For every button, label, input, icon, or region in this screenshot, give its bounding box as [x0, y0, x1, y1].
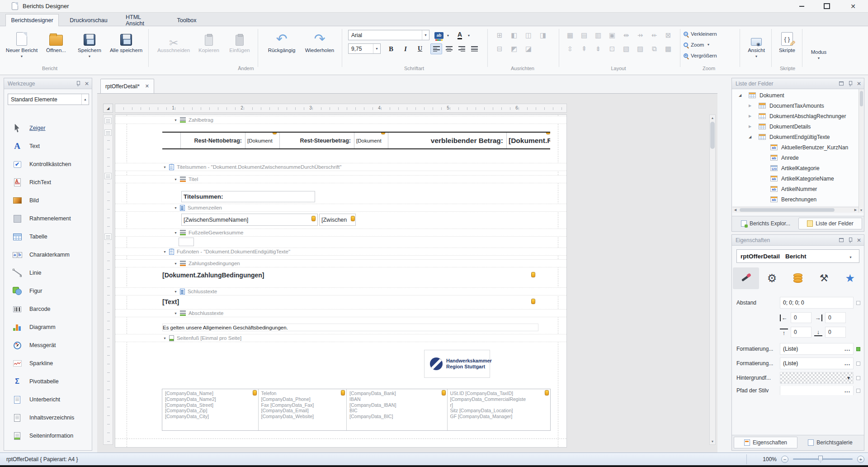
zwischensumme-name-field[interactable]: [ZwischenSummeNamen] [181, 214, 318, 226]
field-tree-item-artikelnummer[interactable]: abArtikelNummer [732, 184, 863, 194]
field-tree-item-dokumentabschlagrechnunger[interactable]: ▶DokumentAbschlagRechnunger [732, 111, 863, 121]
font-color-button[interactable]: A [454, 30, 466, 41]
align-justify-button[interactable] [468, 43, 480, 54]
scrollbar-thumb[interactable] [740, 208, 835, 212]
tool-barcode[interactable]: Barcode [4, 300, 92, 318]
table-cell-rest-steuer-label[interactable]: Rest-Steuerbetrag: [279, 133, 353, 148]
empty-field[interactable] [179, 238, 194, 246]
tab-liste-der-felder[interactable]: Liste der Felder [798, 218, 862, 229]
bring-to-front-button[interactable]: ⧉ [648, 43, 660, 54]
zoom-in-button[interactable]: + [857, 456, 864, 463]
expanded-arrow-icon[interactable]: ◢ [749, 135, 751, 139]
abstand-input[interactable]: 0; 0; 0; 0 [780, 297, 854, 309]
align-right-button[interactable] [456, 43, 467, 54]
undo-button[interactable]: ↶ Rückgängig [264, 28, 299, 64]
close-button[interactable]: ✕ [844, 0, 863, 12]
band-header-8[interactable]: ▼Abschlusstexte [115, 309, 566, 317]
field-tree-item-berechnungen[interactable]: abBerechnungen [732, 194, 863, 205]
space-vertical-increase-button[interactable]: ⇞ [578, 43, 590, 54]
new-report-button[interactable]: Neuer Bericht▼ [5, 28, 38, 64]
object-selector[interactable]: rptOfferDetail Bericht ▼ [736, 249, 859, 263]
tool-kontrollkästchen[interactable]: ✔Kontrollkästchen [4, 155, 92, 173]
field-tree-item-documenttaxamounts[interactable]: ▶DocumentTaxAmounts [732, 100, 863, 111]
band-marker-icon[interactable] [104, 234, 112, 240]
pin-icon[interactable] [76, 81, 80, 86]
tab-eigenschaften[interactable]: Eigenschaften [734, 437, 797, 448]
bold-button[interactable]: B [385, 43, 397, 54]
collapse-triangle-icon[interactable]: ▼ [174, 178, 177, 181]
ribbon-tab-html-ansicht[interactable]: HTML Ansicht [118, 14, 165, 26]
tool-zeiger[interactable]: Zeiger [4, 119, 92, 137]
band-header-2[interactable]: ▼Titel [115, 175, 566, 183]
zoom-slider[interactable] [793, 458, 853, 460]
space-horizontal-increase-button[interactable]: ⇸ [634, 30, 646, 41]
tool-richtext[interactable]: RichText [4, 173, 92, 191]
zoom-button[interactable]: Zoom▼ [684, 40, 737, 49]
property-marker[interactable] [856, 376, 860, 380]
align-middles-button[interactable]: ◩ [508, 43, 520, 54]
scroll-down-icon[interactable]: ▼ [710, 438, 715, 444]
scripts-button[interactable]: { } Skripte [774, 28, 800, 64]
report-page[interactable]: ▼Zahlbetrag▼Titelsummen - "Dokument.Doku… [115, 114, 567, 448]
same-height-button[interactable]: ▥ [592, 30, 604, 41]
text-highlight-dropdown[interactable]: ▼ [445, 30, 451, 41]
close-icon[interactable]: ✕ [857, 81, 861, 87]
design-surface[interactable]: ◢ 123456 ▼Zahlbetrag▼Titelsummen - "Doku… [97, 93, 717, 453]
field-tree-item-artikelkategoriename[interactable]: abArtikelKategorieName [732, 173, 863, 184]
close-icon[interactable]: ✕ [85, 81, 89, 87]
pin-icon[interactable] [848, 238, 852, 243]
open-button[interactable]: Öffnen... [40, 28, 72, 64]
property-marker[interactable] [856, 347, 860, 351]
band-header-3[interactable]: ▼Summenzeilen [115, 204, 566, 212]
collapse-triangle-icon[interactable]: ▼ [174, 231, 177, 234]
same-size-button[interactable]: ▣ [606, 30, 618, 41]
band-header-7[interactable]: ▼Schlusstexte [115, 287, 566, 295]
table-cell-empty[interactable] [162, 133, 180, 148]
collapsed-arrow-icon[interactable]: ▶ [749, 114, 751, 118]
tab-behavior[interactable]: ⚙ [759, 267, 785, 289]
save-all-button[interactable]: Alle speichern [107, 28, 146, 64]
collapse-triangle-icon[interactable]: ▼ [174, 206, 177, 210]
center-horizontally-button[interactable]: ▧ [620, 43, 632, 54]
paste-button[interactable]: Einfügen [225, 28, 254, 64]
underline-button[interactable]: U [414, 43, 426, 54]
send-to-back-button[interactable]: ▩ [662, 43, 674, 54]
minimize-button[interactable] [792, 0, 811, 12]
company-logo[interactable]: Handwerkskammer Region Stuttgart [424, 350, 490, 378]
tool-diagramm[interactable]: Diagramm [4, 318, 92, 336]
space-vertical-equal-button[interactable]: ⇳ [564, 43, 576, 54]
ribbon-tab-toolbox[interactable]: Toolbox [172, 14, 202, 26]
table-cell-rest-netto-value[interactable]: [Dokument [245, 133, 278, 148]
padding-top-input[interactable]: 0 [791, 327, 811, 338]
hintergrund-input[interactable]: ▾ [780, 372, 854, 384]
titelsummen-label-field[interactable]: Titelsummen: [181, 191, 315, 202]
band-header-1[interactable]: ▼Titelsummen - "Dokument.DokumentZwische… [115, 163, 566, 171]
align-centers-horizontal-button[interactable]: ◫ [523, 30, 534, 41]
close-tab-icon[interactable]: ✕ [145, 83, 149, 89]
band-header-9[interactable]: ▼Seitenfuß [Einmal pro Seite] [115, 334, 566, 342]
footer-column-4[interactable]: USt.ID [CompanyData_TaxID][CompanyData_C… [447, 389, 550, 430]
close-icon[interactable]: ✕ [857, 237, 861, 243]
table-cell-verbleibend-value[interactable]: [Dokument.RestB [506, 133, 550, 148]
pfad-input[interactable]: ... [780, 386, 854, 395]
font-size-select[interactable]: 9,75▼ [348, 43, 381, 54]
band-marker-icon[interactable] [104, 118, 112, 124]
ribbon-tab-berichtsdesigner[interactable]: Berichtsdesigner [5, 14, 59, 26]
space-vertical-remove-button[interactable]: ⊡ [606, 43, 618, 54]
tab-design[interactable]: ⚒ [811, 267, 837, 289]
band-marker-icon[interactable] [104, 173, 112, 179]
field-tree-item-dokument[interactable]: ◢Dokument [732, 90, 863, 100]
design-vertical-scrollbar[interactable]: ▲ ▼ [709, 114, 716, 445]
copy-button[interactable]: Kopieren [194, 28, 223, 64]
same-width-button[interactable]: ▤ [578, 30, 590, 41]
summary-table[interactable]: Rest-Nettobetrag: [Dokument Rest-Steuerb… [162, 132, 550, 149]
align-center-button[interactable] [443, 43, 455, 54]
zahlungsbedingungen-field[interactable]: [Dokument.ZahlungBedingungen] [162, 269, 539, 281]
band-header-5[interactable]: ▼Fußnoten - "Dokument.DokumentEndgültigT… [115, 248, 566, 256]
space-horizontal-remove-button[interactable]: ⊠ [662, 30, 674, 41]
space-horizontal-equal-button[interactable]: ⇹ [620, 30, 632, 41]
field-tree-item-dokumentendgültigtexte[interactable]: ◢DokumentEndgültigTexte [732, 132, 863, 142]
scroll-left-icon[interactable]: ◀ [732, 207, 738, 213]
align-left-button[interactable] [430, 43, 442, 54]
tab-favorites[interactable]: ★ [837, 267, 863, 289]
